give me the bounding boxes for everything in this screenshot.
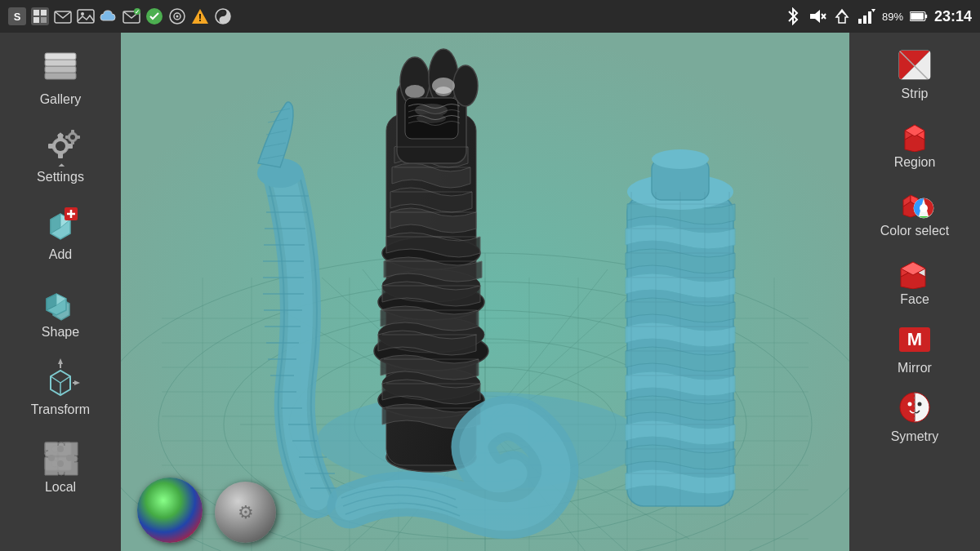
face-label: Face [900,292,929,307]
svg-point-17 [176,16,179,18]
svg-rect-50 [65,136,70,139]
color-select-icon [893,181,938,222]
svg-point-133 [453,65,478,106]
target-icon [168,7,186,25]
sidebar-item-gallery[interactable]: Gallery [7,39,114,113]
svg-rect-33 [911,13,924,20]
svg-rect-37 [45,53,76,60]
svg-rect-34 [45,73,76,79]
right-item-region[interactable]: Region [856,108,974,175]
svg-point-134 [405,85,425,98]
right-item-symetry[interactable]: Symetry [856,382,974,449]
symetry-icon [893,387,938,428]
region-icon [893,113,938,153]
svg-rect-42 [48,144,55,149]
right-item-strip[interactable]: Strip [856,39,974,106]
sidebar-item-settings[interactable]: Settings [7,117,114,191]
status-bar: S [0,0,980,33]
svg-point-22 [222,19,225,21]
transform-icon [36,356,85,401]
left-sidebar: Gallery [0,33,121,551]
warning-icon: ! [191,7,209,25]
gallery-icon [36,46,85,91]
image-icon [77,7,95,25]
face-icon [893,250,938,291]
region-label: Region [894,155,936,170]
strip-label: Strip [902,87,929,101]
add-icon [36,201,85,246]
svg-point-136 [435,87,452,96]
svg-rect-41 [58,152,63,158]
s-icon: S [8,7,26,25]
svg-text:M: M [906,329,921,349]
strip-icon [893,44,938,85]
mirror-icon: M [893,318,938,359]
sidebar-item-local[interactable]: Local [7,427,114,501]
right-item-face[interactable]: Face [856,245,974,312]
settings-label: Settings [37,170,84,184]
grid-icon [31,7,49,25]
main-viewport[interactable]: ⚙ [121,33,849,551]
svg-marker-69 [74,380,80,385]
svg-point-219 [907,402,911,406]
svg-point-21 [222,11,225,14]
svg-rect-29 [868,11,871,24]
check-circle-icon [145,7,163,25]
sidebar-item-shape[interactable]: Shape [7,272,114,346]
color-sphere[interactable] [137,478,203,543]
status-icons-right: 89% 23:14 [784,7,972,25]
scene-canvas [121,33,849,551]
svg-rect-45 [58,163,65,167]
sphere-icon: ⚙ [238,502,254,523]
svg-rect-35 [45,66,76,73]
sidebar-item-transform[interactable]: Transform [7,349,114,424]
svg-marker-23 [810,10,820,23]
right-item-color-select[interactable]: Color select [856,176,974,243]
svg-point-10 [81,12,84,16]
transform-label: Transform [31,402,90,417]
local-icon [36,433,85,478]
svg-line-63 [51,376,60,383]
svg-text:S: S [14,11,21,23]
svg-rect-36 [45,60,76,66]
shape-label: Shape [42,325,79,340]
cloud-icon [100,7,118,25]
svg-point-211 [920,204,928,212]
svg-point-143 [652,149,709,169]
add-label: Add [49,247,72,262]
svg-rect-49 [71,140,74,144]
svg-point-39 [56,141,65,151]
svg-rect-6 [41,17,47,23]
material-sphere[interactable]: ⚙ [215,482,276,543]
settings-icon [36,123,85,168]
local-label: Local [45,480,76,495]
yin-yang-icon [214,7,232,25]
gallery-label: Gallery [40,92,82,107]
svg-rect-28 [863,16,866,24]
svg-text:!: ! [198,12,202,24]
color-select-label: Color select [880,224,949,238]
battery-percentage: 89% [882,11,903,23]
right-sidebar: Strip Region [849,33,980,551]
svg-rect-27 [858,19,862,24]
data-signal-icon [833,7,851,25]
battery-icon [910,7,928,25]
svg-marker-30 [871,9,875,12]
mail-icon [54,7,72,25]
status-icons-left: S [8,7,232,25]
sidebar-item-add[interactable]: Add [7,194,114,269]
svg-rect-32 [925,15,927,19]
status-time: 23:14 [934,8,972,25]
svg-rect-48 [71,130,74,135]
svg-marker-67 [58,358,63,364]
svg-line-64 [60,376,70,383]
svg-rect-4 [41,10,47,16]
svg-point-220 [917,402,921,406]
signal-bars-icon [858,7,875,25]
svg-rect-3 [33,10,39,16]
svg-point-47 [70,135,75,140]
mail2-icon: ✓ [122,7,140,25]
svg-rect-9 [78,10,94,23]
symetry-label: Symetry [891,429,939,444]
right-item-mirror[interactable]: M Mirror [856,313,974,380]
